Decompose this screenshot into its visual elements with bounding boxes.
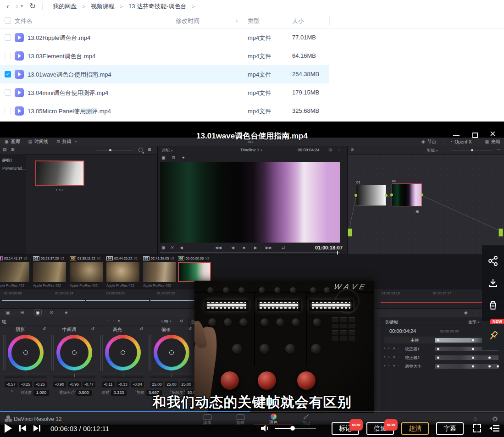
fullscreen-icon[interactable]	[473, 424, 481, 432]
kf-row-icons: ● ⊡ ◆ ›	[384, 355, 399, 358]
maximize-button[interactable]	[472, 133, 478, 138]
file-row[interactable]: 13.04mini调色台使用测评.mp4 mp4文件 179.15MB	[0, 83, 329, 102]
clip-4: 0402:44:26:22V1 Apple ProRes 422	[106, 255, 141, 288]
framing-icon: ⊞	[20, 310, 24, 315]
previous-video-button[interactable]	[19, 425, 26, 431]
keyframe-start-timecode: 00:00:00:00	[440, 329, 459, 333]
row-checkbox[interactable]	[5, 89, 11, 96]
clip-2: 0203:23:37:20V1 Apple ProRes 422	[33, 255, 68, 288]
file-name[interactable]: 13.04mini调色台使用测评.mp4	[28, 89, 108, 97]
column-modified[interactable]: 修改时间	[176, 17, 199, 25]
row-checkbox-checked[interactable]: ✓	[5, 71, 11, 77]
color-wheel	[105, 335, 141, 371]
ruler-tick: 01:00:01:24	[55, 291, 73, 295]
mark-button[interactable]: 标记NEW	[332, 422, 359, 435]
column-size[interactable]: 大小	[292, 17, 304, 25]
playback-time: 00:06:03 / 00:12:11	[50, 425, 109, 432]
screen: ‹ › ▾ ↻ 我的网盘 > 视频课程 > 13 达芬奇技能-调色台 > 文件名…	[0, 0, 504, 437]
reset-icon: ↺	[91, 326, 94, 331]
led-display	[309, 300, 353, 311]
video-file-icon	[15, 88, 24, 97]
breadcrumb-video-course[interactable]: 视频课程	[91, 2, 115, 11]
jog-dial	[335, 289, 360, 314]
color-wheels-icon: ◉	[34, 310, 42, 315]
column-filename[interactable]: 文件名	[15, 17, 33, 25]
refresh-icon[interactable]: ↻	[29, 2, 36, 10]
browser-nav: ‹ › ▾ ↻ 我的网盘 > 视频课程 > 13 达芬奇技能-调色台 >	[0, 0, 504, 12]
video-subtitle: 和我们动态的关键帧就会有区别	[0, 393, 504, 412]
led-display	[257, 300, 301, 311]
viewer-scrubber	[160, 252, 340, 253]
file-row[interactable]: 13.02Ripple调色台.mp4 mp4文件 77.01MB	[0, 28, 329, 47]
next-video-button[interactable]	[33, 425, 40, 431]
file-name[interactable]: 13.03Element调色台.mp4	[28, 52, 95, 61]
breadcrumb-current-folder[interactable]: 13 达芬奇技能-调色台	[128, 2, 186, 11]
video-file-icon	[15, 33, 24, 42]
timeline-dropdown: Timeline 1▾	[240, 148, 262, 152]
download-icon[interactable]	[487, 277, 498, 288]
clip-5: 0502:41:39:05V1 Apple ProRes 422	[143, 255, 178, 288]
file-row[interactable]: 13.05Micro Panel使用测评.mp4 mp4文件 325.68MB	[0, 102, 329, 120]
speed-button[interactable]: 倍速NEW	[366, 422, 394, 435]
viewer-timecode: 00:00:04:24	[298, 148, 320, 152]
row-checkbox[interactable]	[5, 34, 11, 41]
playlist-icon[interactable]	[489, 425, 499, 432]
color-wheel	[154, 335, 189, 371]
viewer-split-icon: ⊞	[172, 155, 175, 160]
close-button[interactable]: ×	[490, 129, 496, 139]
node-01: 01	[356, 185, 386, 206]
file-row-selected[interactable]: ✓ 13.01wave调色台使用指南.mp4 mp4文件 254.38MB	[0, 65, 329, 83]
row-checkbox[interactable]	[5, 108, 11, 114]
star-icon: ★	[64, 310, 68, 315]
seek-bar[interactable]	[0, 411, 504, 412]
ruler-tick: 01:00:13:18	[382, 291, 400, 295]
file-name[interactable]: 13.05Micro Panel使用测评.mp4	[28, 107, 111, 116]
timeline-clip-bar	[2, 300, 197, 301]
captions-button[interactable]: 字幕	[436, 422, 464, 435]
led-display	[205, 300, 249, 311]
reset-icon: ↺	[42, 326, 46, 331]
gallery-view-icon: ▤	[3, 147, 7, 152]
expand-icon: ⊞	[148, 147, 151, 152]
minimize-button[interactable]	[453, 135, 460, 136]
history-dropdown-icon[interactable]: ▾	[21, 4, 23, 8]
breadcrumb: 我的网盘 > 视频课程 > 13 达芬奇技能-调色台 >	[50, 2, 198, 11]
file-browser: ‹ › ▾ ↻ 我的网盘 > 视频课程 > 13 达芬奇技能-调色台 > 文件名…	[0, 0, 504, 122]
trash-icon[interactable]	[487, 300, 498, 311]
new-badge: NEW	[384, 419, 398, 431]
volume-slider[interactable]	[275, 428, 316, 429]
loop-icon: ⇄	[282, 245, 285, 250]
file-name[interactable]: 13.02Ripple调色台.mp4	[28, 34, 90, 42]
viewer-mute-icon: ✕	[171, 245, 174, 250]
master-roller	[53, 373, 96, 378]
play-button[interactable]	[5, 424, 12, 433]
gallery-zoom-slider	[96, 150, 133, 150]
search-icon	[138, 148, 143, 152]
wheel-mode-dropdown: Log▾	[161, 319, 172, 323]
file-row[interactable]: 13.03Element调色台.mp4 mp4文件 64.16MB	[0, 47, 329, 65]
back-button[interactable]: ‹	[6, 2, 9, 10]
gallery-item-stills: 静帧1	[2, 158, 12, 163]
file-name[interactable]: 13.01wave调色台使用指南.mp4	[28, 71, 111, 79]
file-type: mp4文件	[248, 71, 271, 79]
share-icon[interactable]	[487, 255, 498, 266]
viewer-audio-icon: ◀	[180, 245, 183, 250]
row-checkbox[interactable]	[5, 53, 11, 59]
breadcrumb-my-drive[interactable]: 我的网盘	[53, 2, 77, 11]
new-badge: NEW	[349, 419, 363, 431]
tracker-icon: ⊘	[50, 310, 53, 315]
sort-descending-icon[interactable]: ↓	[235, 17, 238, 23]
pin-icon[interactable]	[487, 330, 499, 343]
breadcrumb-separator: >	[192, 4, 194, 9]
ruler-tick: 01:00:00:00	[4, 291, 22, 295]
volume-icon[interactable]	[260, 424, 270, 433]
select-all-checkbox[interactable]	[5, 17, 11, 24]
column-type[interactable]: 类型	[248, 17, 260, 25]
numeric-keypad	[332, 317, 355, 341]
viewer-bottom-timecode: 01:00:18:07	[315, 245, 343, 250]
quality-button[interactable]: 超清	[401, 422, 429, 435]
pin-tool[interactable]: NEW	[482, 322, 504, 350]
file-size: 64.16MB	[292, 52, 316, 59]
trackball	[297, 371, 316, 390]
forward-button[interactable]: ›	[16, 2, 18, 10]
